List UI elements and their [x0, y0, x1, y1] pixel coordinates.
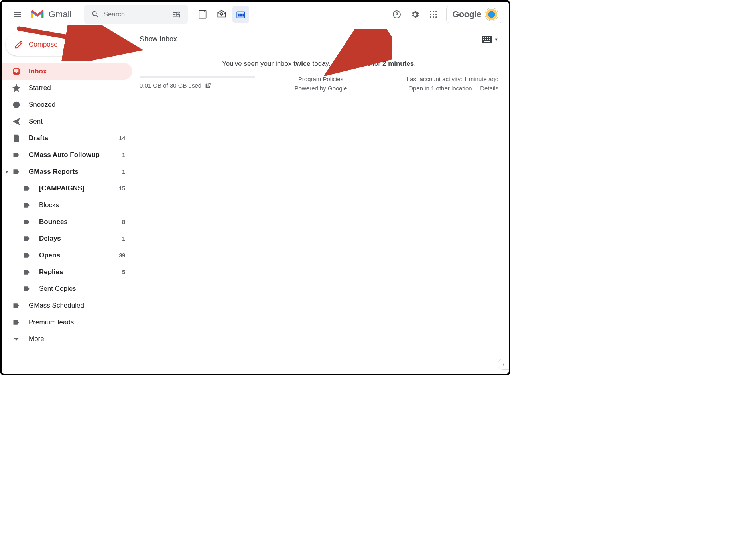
settings-icon[interactable] [407, 6, 423, 22]
svg-point-10 [433, 14, 434, 15]
svg-point-7 [433, 11, 434, 12]
gmail-icon [30, 9, 45, 20]
nav-opens[interactable]: Opens 39 [2, 247, 132, 264]
nav-sent[interactable]: Sent [2, 113, 132, 130]
storage-info: 0.01 GB of 30 GB used [140, 76, 255, 92]
avatar [485, 8, 498, 21]
svg-point-6 [430, 11, 431, 12]
nav-gmass-scheduled[interactable]: GMass Scheduled [2, 297, 132, 314]
nav-snoozed[interactable]: Snoozed [2, 96, 132, 113]
label-icon [22, 218, 31, 226]
header-actions: Google [389, 6, 502, 23]
compose-button[interactable]: Compose [6, 33, 81, 56]
clock-icon [12, 100, 21, 109]
menu-button[interactable] [8, 5, 27, 24]
dropdown-caret-icon: ▼ [494, 37, 498, 42]
nav-replies[interactable]: Replies 5 [2, 264, 132, 280]
gmail-logo[interactable]: Gmail [30, 9, 71, 20]
svg-point-14 [435, 16, 437, 18]
nav-campaigns[interactable]: [CAMPAIGNS] 15 [2, 180, 132, 197]
extension-envelope-icon[interactable] [213, 6, 230, 23]
svg-rect-21 [483, 39, 484, 40]
google-label: Google [452, 9, 481, 20]
open-other-location-link[interactable]: Open in 1 other location [408, 85, 472, 92]
svg-rect-5 [243, 13, 244, 16]
label-icon [22, 268, 31, 277]
svg-point-11 [435, 14, 437, 15]
help-icon[interactable] [389, 6, 405, 22]
nav-list: Inbox Starred Snoozed Sent Drafts [2, 63, 132, 347]
last-activity-text: Last account activity: 1 minute ago [407, 76, 498, 82]
svg-rect-23 [487, 39, 488, 40]
main: Show Inbox ▼ You've seen your inbox twic… [132, 27, 509, 374]
powered-by-text: Powered by Google [295, 85, 347, 92]
extension-sheet-icon[interactable] [194, 6, 211, 23]
svg-point-13 [433, 16, 434, 18]
nav-inbox[interactable]: Inbox [2, 63, 132, 80]
compose-label: Compose [29, 41, 58, 49]
open-in-new-icon[interactable] [205, 82, 211, 89]
search-options-icon[interactable] [169, 6, 185, 22]
label-icon [12, 167, 21, 176]
svg-rect-19 [487, 37, 488, 38]
nav-blocks[interactable]: Blocks [2, 197, 132, 214]
star-icon [12, 84, 21, 92]
extension-icons [194, 6, 249, 23]
inbox-pause-message: You've seen your inbox twice today. It w… [138, 51, 500, 76]
side-panel-toggle[interactable]: ‹ [498, 359, 509, 370]
chevron-down-icon [12, 335, 21, 343]
svg-rect-3 [238, 13, 240, 16]
label-icon [12, 318, 21, 327]
svg-rect-20 [489, 37, 490, 38]
google-account-button[interactable]: Google [446, 6, 502, 23]
label-icon [22, 184, 31, 193]
svg-rect-18 [485, 37, 486, 38]
svg-point-12 [430, 16, 431, 18]
nav-starred[interactable]: Starred [2, 80, 132, 96]
nav-bounces[interactable]: Bounces 8 [2, 214, 132, 230]
svg-rect-22 [485, 39, 486, 40]
send-icon [12, 117, 21, 126]
apps-icon[interactable] [425, 6, 441, 22]
label-icon [22, 251, 31, 260]
nav-sent-copies[interactable]: Sent Copies [2, 280, 132, 297]
svg-rect-17 [483, 37, 484, 38]
storage-bar [140, 76, 255, 78]
input-tools-button[interactable]: ▼ [482, 36, 498, 43]
label-icon [12, 151, 21, 159]
sidebar: Compose Inbox Starred Snoozed Sent [2, 27, 132, 374]
label-icon [12, 301, 21, 310]
svg-rect-24 [489, 39, 490, 40]
extension-pause-icon[interactable] [232, 6, 249, 23]
label-icon [22, 201, 31, 210]
svg-point-8 [435, 11, 437, 12]
show-inbox-button[interactable]: Show Inbox [140, 35, 177, 43]
nav-gmass-followup[interactable]: GMass Auto Followup 1 [2, 147, 132, 163]
program-policies-link[interactable]: Program Policies [298, 76, 343, 82]
details-link[interactable]: Details [480, 85, 498, 92]
search-icon[interactable] [87, 6, 103, 22]
nav-premium-leads[interactable]: Premium leads [2, 314, 132, 331]
nav-more[interactable]: More [2, 331, 132, 347]
storage-text: 0.01 GB of 30 GB used [140, 82, 201, 89]
header: Gmail [2, 2, 509, 27]
svg-rect-4 [240, 13, 242, 16]
label-icon [22, 284, 31, 293]
nav-drafts[interactable]: Drafts 14 [2, 130, 132, 147]
nav-gmass-reports[interactable]: GMass Reports 1 [2, 163, 132, 180]
footer: 0.01 GB of 30 GB used Program Policies P… [138, 76, 500, 92]
label-icon [22, 234, 31, 243]
svg-point-1 [221, 12, 222, 14]
pencil-icon [14, 40, 23, 49]
nav-delays[interactable]: Delays 1 [2, 230, 132, 247]
file-icon [12, 134, 21, 143]
svg-point-9 [430, 14, 431, 15]
svg-rect-25 [484, 41, 490, 42]
keyboard-icon [482, 36, 492, 43]
app-name: Gmail [49, 9, 71, 20]
search-bar[interactable] [84, 5, 188, 24]
search-input[interactable] [103, 10, 169, 18]
inbox-icon [12, 67, 21, 76]
